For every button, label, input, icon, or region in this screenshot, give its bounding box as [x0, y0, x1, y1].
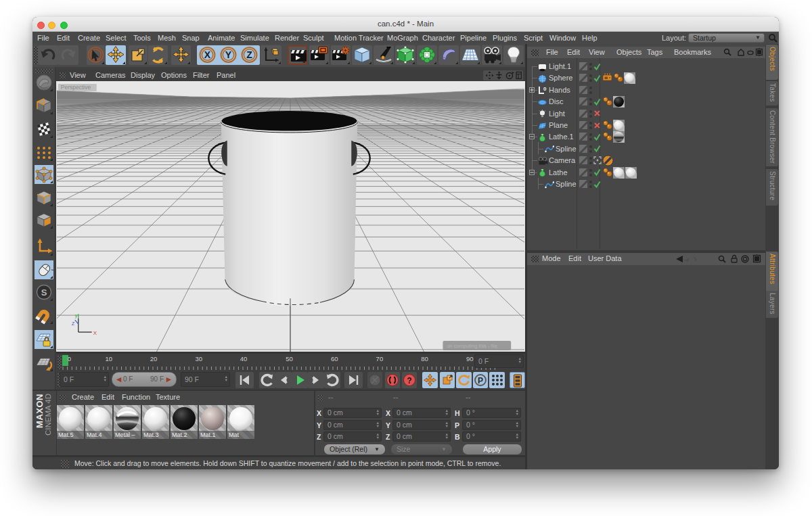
- svg-text:30: 30: [196, 355, 203, 362]
- svg-text:0: 0: [68, 355, 71, 362]
- svg-text:60: 60: [331, 355, 338, 362]
- svg-text:S: S: [41, 287, 47, 298]
- svg-text:Perspective: Perspective: [61, 84, 91, 91]
- svg-text:10: 10: [105, 355, 112, 362]
- svg-text:80: 80: [421, 355, 428, 362]
- svg-text:y: y: [75, 313, 78, 319]
- svg-text:P: P: [478, 376, 483, 385]
- svg-text:20: 20: [150, 355, 158, 362]
- svg-text:X: X: [204, 49, 211, 60]
- svg-text:Z: Z: [72, 321, 75, 327]
- svg-text:0: 0: [543, 86, 547, 92]
- svg-text:Z: Z: [246, 49, 252, 60]
- svg-text:?: ?: [407, 376, 411, 385]
- svg-text:on computing this - file: on computing this - file: [447, 343, 497, 349]
- svg-text:70: 70: [376, 355, 384, 362]
- svg-text:40: 40: [240, 355, 248, 362]
- svg-text:90: 90: [466, 355, 474, 362]
- svg-text:X: X: [93, 330, 97, 336]
- svg-text:50: 50: [286, 355, 293, 362]
- svg-text:Y: Y: [225, 49, 232, 60]
